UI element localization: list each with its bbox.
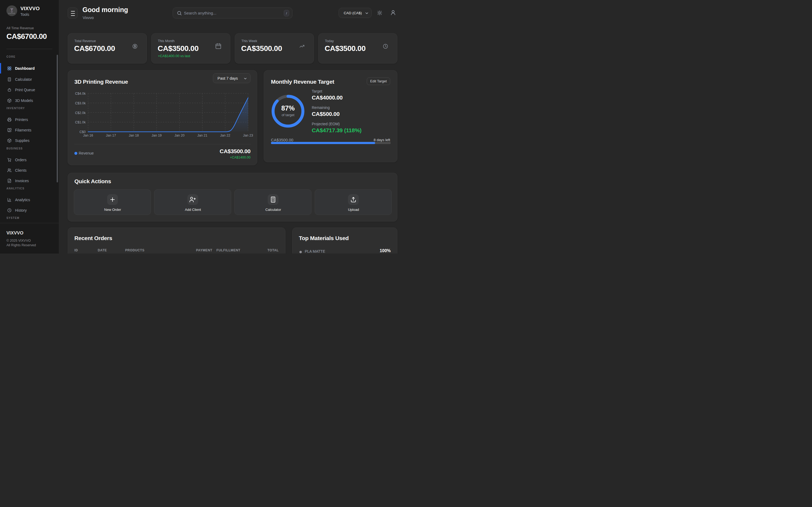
svg-text:Jan 19: Jan 19 [152,133,162,137]
svg-text:Jan 21: Jan 21 [197,133,208,137]
svg-text:Jan 23: Jan 23 [243,133,253,137]
svg-text:C$2.0k: C$2.0k [75,111,86,115]
svg-text:VIXVVO: VIXVVO [8,13,15,14]
svg-text:Jan 18: Jan 18 [129,133,139,137]
svg-text:Jan 22: Jan 22 [220,133,231,137]
svg-text:C$3.0k: C$3.0k [75,101,86,105]
svg-text:C$4.0k: C$4.0k [75,92,86,96]
svg-text:Jan 16: Jan 16 [83,133,93,137]
svg-text:Jan 20: Jan 20 [174,133,185,137]
svg-text:C$1.0k: C$1.0k [75,120,86,124]
svg-text:Jan 17: Jan 17 [106,133,116,137]
